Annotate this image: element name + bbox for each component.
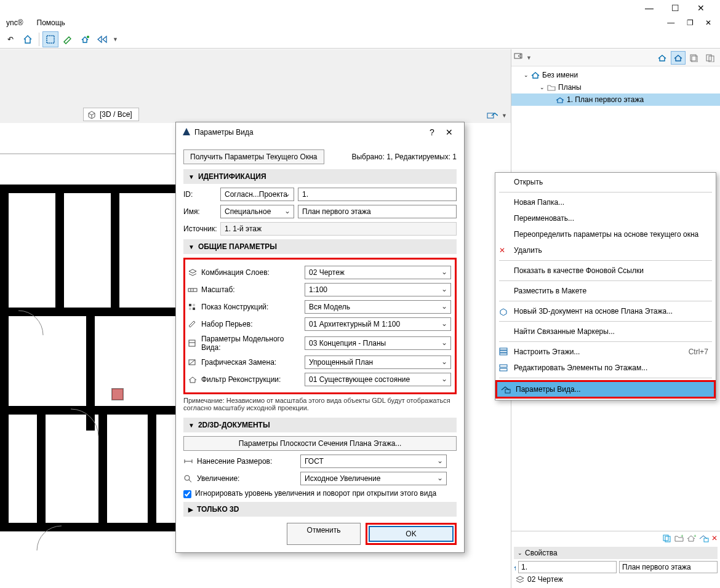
reno-combo[interactable]: 01 Существующее состояние (305, 373, 451, 386)
name-mode-combo[interactable]: Специальное (220, 205, 294, 218)
ctx-find-markers[interactable]: Найти Связанные Маркеры... (495, 324, 716, 340)
section-2d3d[interactable]: ▼ 2D/3D-ДОКУМЕНТЫ (183, 418, 457, 432)
scale-icon (188, 285, 198, 294)
sub-restore-icon[interactable]: ❐ (684, 17, 696, 28)
cancel-button[interactable]: Отменить (287, 523, 361, 545)
toolbar-dropdown-arrow-icon[interactable]: ▼ (111, 36, 118, 42)
id-mode-combo[interactable]: Согласн...Проекта (220, 188, 294, 201)
toolbar-trace-icon[interactable] (42, 31, 58, 47)
menu-help[interactable]: Помощь (34, 17, 68, 28)
sub-close-icon[interactable]: ✕ (703, 17, 714, 28)
dims-label: Нанесение Размеров: (197, 457, 272, 466)
scale-combo[interactable]: 1:100 (305, 283, 451, 296)
doc3d-icon (499, 307, 509, 316)
ctx-view-settings[interactable]: Параметры Вида... (495, 380, 716, 399)
view-settings-dialog: Параметры Вида ? ✕ Получить Параметры Те… (175, 122, 465, 553)
structure-icon (188, 303, 198, 311)
scale-label: Масштаб: (201, 285, 235, 294)
toolbar-undo-icon[interactable]: ↶ (2, 31, 18, 47)
tree-item-plan1[interactable]: 1. План первого этажа (511, 93, 720, 106)
delete-icon: ✕ (499, 246, 505, 255)
close-button[interactable]: ✕ (688, 1, 714, 15)
svg-rect-16 (112, 389, 123, 400)
properties-header[interactable]: ⌄ Свойства (514, 547, 718, 559)
source-value: 1. 1-й этаж (220, 222, 457, 236)
ctx-redefine[interactable]: Переопределить параметры на основе текущ… (495, 226, 716, 242)
svg-rect-40 (189, 340, 195, 346)
ctx-story-settings[interactable]: Настроить Этажи... Ctrl+7 (495, 344, 716, 360)
nav-view-map-icon[interactable] (671, 51, 686, 65)
toolbar-home-icon[interactable] (20, 31, 36, 47)
sub-minimize-icon[interactable]: — (665, 17, 677, 28)
ctx-place-layout[interactable]: Разместить в Макете (495, 283, 716, 299)
svg-point-47 (185, 475, 190, 480)
name-label: Имя: (183, 207, 200, 216)
footer-save-view-icon[interactable]: + (687, 534, 697, 544)
section-3donly[interactable]: ▶ ТОЛЬКО 3D (183, 502, 457, 517)
svg-rect-27 (500, 353, 507, 355)
name-value-input[interactable]: План первого этажа (298, 205, 457, 218)
ignore-zoom-checkbox[interactable] (183, 490, 191, 498)
ctx-story-edit[interactable]: Редактировать Элементы по Этажам... (495, 360, 716, 376)
ok-button[interactable]: OK (369, 526, 454, 542)
chevron-down-icon[interactable]: ⌄ (524, 72, 529, 78)
prop-id-input[interactable] (518, 561, 617, 573)
maximize-button[interactable]: ☐ (662, 1, 688, 15)
nav-picker-arrow-icon[interactable]: ▼ (526, 55, 532, 61)
tree-root[interactable]: ⌄ Без имени (511, 69, 720, 81)
toolbar-highlighter-icon[interactable] (60, 31, 76, 47)
ctx-new-3ddoc[interactable]: Новый 3D-документ на основе Плана Этажа.… (495, 303, 716, 319)
tab-3d[interactable]: [3D / Все] (83, 108, 139, 121)
id-value-input[interactable]: 1. (298, 188, 457, 201)
footer-delete-icon[interactable]: ✕ (711, 534, 718, 544)
section-identification[interactable]: ▼ ИДЕНТИФИКАЦИЯ (183, 169, 457, 184)
mvo-combo[interactable]: 03 Концепция - Планы (305, 336, 451, 350)
ctx-open[interactable]: Открыть (495, 174, 716, 190)
svg-rect-33 (188, 288, 197, 292)
footer-new-folder-icon[interactable]: + (674, 534, 684, 544)
dialog-close-button[interactable]: ✕ (441, 125, 458, 140)
chevron-down-icon: ⌄ (518, 550, 522, 556)
zoom-icon (183, 474, 193, 483)
ctx-show-bg[interactable]: Показать в качестве Фоновой Ссылки (495, 263, 716, 279)
ctx-new-folder[interactable]: Новая Папка... (495, 194, 716, 210)
floor-cut-plane-button[interactable]: Параметры Плоскости Сечения Плана Этажа.… (183, 436, 457, 451)
toolbar-reference-icon[interactable] (77, 31, 93, 47)
canvas-dropdown-icon[interactable]: ▼ (502, 113, 507, 119)
nav-project-map-icon[interactable] (655, 51, 670, 65)
nav-picker-icon[interactable] (514, 52, 524, 63)
nav-publisher-icon[interactable] (703, 51, 718, 65)
footer-clone-icon[interactable] (662, 534, 672, 544)
layer-combo[interactable]: 02 Чертеж (305, 266, 451, 279)
toolbar-compare-icon[interactable] (94, 31, 110, 47)
nav-layout-book-icon[interactable] (687, 51, 702, 65)
archicad-icon (182, 127, 191, 138)
tree-folder-plans[interactable]: ⌄ Планы (511, 81, 720, 93)
menubar: ync® Помощь — ❐ ✕ (0, 15, 720, 30)
chevron-down-icon[interactable]: ⌄ (540, 84, 545, 90)
constr-combo[interactable]: Вся Модель (305, 300, 451, 314)
go-combo[interactable]: Упрощенный План (305, 356, 451, 369)
context-menu: Открыть Новая Папка... Переименовать... … (495, 172, 716, 400)
svg-rect-12 (37, 406, 46, 523)
prop-name-input[interactable] (619, 561, 718, 573)
ctx-delete[interactable]: ✕ Удалить (495, 242, 716, 258)
pens-combo[interactable]: 01 Архитектурный М 1:100 (305, 317, 451, 331)
svg-rect-13 (98, 406, 107, 523)
mvo-icon (188, 339, 198, 348)
svg-rect-39 (193, 308, 195, 310)
tree-folder-label: Планы (558, 83, 582, 92)
ctx-rename[interactable]: Переименовать... (495, 210, 716, 226)
dialog-help-button[interactable]: ? (423, 125, 441, 140)
menu-sync[interactable]: ync® (4, 17, 26, 28)
svg-rect-14 (148, 406, 156, 523)
section-general[interactable]: ▼ ОБЩИЕ ПАРАМЕТРЫ (183, 239, 457, 254)
footer-settings-icon[interactable] (699, 534, 709, 544)
get-current-window-button[interactable]: Получить Параметры Текущего Окна (183, 149, 324, 164)
go-label: Графическая Замена: (201, 358, 276, 367)
canvas-explore-icon[interactable] (484, 108, 500, 124)
dialog-titlebar[interactable]: Параметры Вида ? ✕ (176, 122, 464, 142)
minimize-button[interactable]: — (636, 1, 662, 15)
zoom-combo[interactable]: Исходное Увеличение (300, 472, 447, 485)
dims-combo[interactable]: ГОСТ (300, 455, 447, 468)
